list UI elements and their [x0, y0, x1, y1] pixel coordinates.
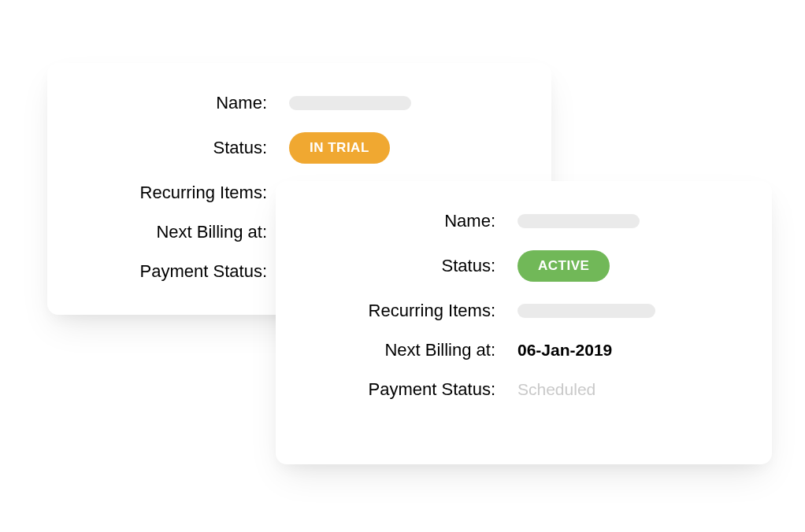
subscription-card-active: Name: Status: ACTIVE Recurring Items: Ne… [276, 181, 772, 464]
label-recurring: Recurring Items: [80, 183, 289, 203]
value-status: IN TRIAL [289, 132, 390, 164]
field-row-status: Status: IN TRIAL [80, 132, 518, 164]
label-status: Status: [309, 256, 518, 276]
field-row-recurring: Recurring Items: [309, 301, 739, 321]
label-name: Name: [80, 93, 289, 113]
label-recurring: Recurring Items: [309, 301, 518, 321]
label-status: Status: [80, 138, 289, 158]
label-next-billing: Next Billing at: [80, 222, 289, 242]
status-badge-trial: IN TRIAL [289, 132, 390, 164]
field-row-payment-status: Payment Status: Scheduled [309, 379, 739, 400]
value-recurring [518, 304, 655, 318]
placeholder-bar [518, 214, 640, 228]
label-next-billing: Next Billing at: [309, 340, 518, 360]
status-badge-active: ACTIVE [518, 250, 610, 282]
field-row-status: Status: ACTIVE [309, 250, 739, 282]
placeholder-bar [289, 96, 411, 110]
field-row-name: Name: [80, 93, 518, 113]
payment-status-text: Scheduled [518, 380, 595, 399]
label-payment-status: Payment Status: [80, 261, 289, 282]
placeholder-bar [518, 304, 655, 318]
value-status: ACTIVE [518, 250, 610, 282]
value-name [518, 214, 640, 228]
field-row-next-billing: Next Billing at: 06-Jan-2019 [309, 340, 739, 360]
label-name: Name: [309, 211, 518, 231]
label-payment-status: Payment Status: [309, 379, 518, 400]
value-name [289, 96, 411, 110]
field-row-name: Name: [309, 211, 739, 231]
value-next-billing: 06-Jan-2019 [518, 341, 612, 360]
value-payment-status: Scheduled [518, 380, 595, 399]
next-billing-date: 06-Jan-2019 [518, 341, 612, 360]
